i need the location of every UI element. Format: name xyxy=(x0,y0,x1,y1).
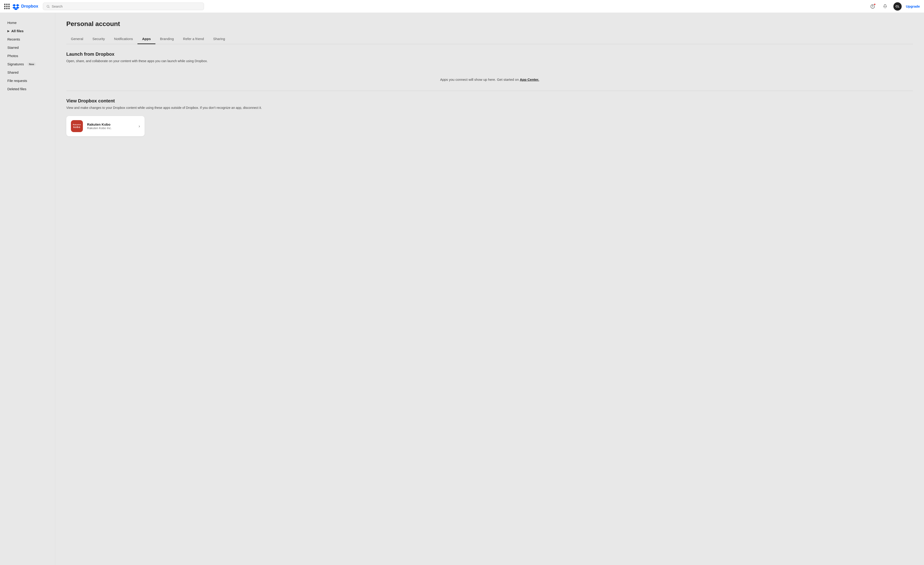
notifications-bell-button[interactable] xyxy=(881,2,889,10)
sidebar-item-all-files[interactable]: ▶ All files xyxy=(2,27,53,35)
dropbox-logo[interactable]: Dropbox xyxy=(12,3,38,10)
app-info: Rakuten Kobo Rakuten Kobo Inc. xyxy=(87,123,132,130)
sidebar-item-label: Recents xyxy=(8,37,20,41)
view-section-title: View Dropbox content xyxy=(66,98,913,103)
tab-refer[interactable]: Refer a friend xyxy=(178,34,208,44)
tab-security[interactable]: Security xyxy=(88,34,110,44)
launch-empty-state: Apps you connect will show up here. Get … xyxy=(66,69,913,89)
launch-section: Launch from Dropbox Open, share, and col… xyxy=(66,52,913,91)
app-card-rakuten[interactable]: Rakuten kobo Rakuten Kobo Rakuten Kobo I… xyxy=(66,116,145,136)
app-name: Rakuten Kobo xyxy=(87,123,132,126)
sidebar-item-file-requests[interactable]: File requests xyxy=(2,76,53,85)
search-input[interactable] xyxy=(52,4,201,8)
tab-general[interactable]: General xyxy=(66,34,88,44)
page-title: Personal account xyxy=(66,20,913,28)
tabs: General Security Notifications Apps Bran… xyxy=(66,34,913,44)
topbar-right: CL Upgrade xyxy=(868,2,920,10)
tab-branding[interactable]: Branding xyxy=(155,34,178,44)
search-bar[interactable] xyxy=(43,3,204,10)
sidebar-item-starred[interactable]: Starred xyxy=(2,43,53,52)
app-icon-top-text: Rakuten xyxy=(73,124,81,126)
app-company: Rakuten Kobo Inc. xyxy=(87,126,132,130)
sidebar-item-home[interactable]: Home xyxy=(2,19,53,27)
main-content: Personal account General Security Notifi… xyxy=(55,13,924,565)
sidebar-item-shared[interactable]: Shared xyxy=(2,68,53,76)
sidebar-item-deleted-files[interactable]: Deleted files xyxy=(2,85,53,93)
tab-sharing[interactable]: Sharing xyxy=(208,34,230,44)
sidebar-item-label: All files xyxy=(11,29,24,33)
help-button[interactable] xyxy=(868,2,877,10)
view-section: View Dropbox content View and make chang… xyxy=(66,98,913,136)
avatar[interactable]: CL xyxy=(893,2,902,10)
sidebar-item-label: Signatures xyxy=(8,62,24,66)
app-icon: Rakuten kobo xyxy=(71,120,83,132)
sidebar-item-label: File requests xyxy=(8,79,27,82)
tab-apps[interactable]: Apps xyxy=(138,34,155,44)
app-center-link[interactable]: App Center. xyxy=(520,78,539,81)
sidebar-item-label: Deleted files xyxy=(8,87,27,91)
sidebar-item-label: Shared xyxy=(8,70,18,74)
upgrade-button[interactable]: Upgrade xyxy=(906,4,920,8)
tab-notifications[interactable]: Notifications xyxy=(110,34,138,44)
sidebar: Home ▶ All files Recents Starred Photos … xyxy=(0,13,55,565)
new-badge: New xyxy=(27,62,36,66)
launch-section-desc: Open, share, and collaborate on your con… xyxy=(66,59,913,63)
logo-text: Dropbox xyxy=(21,4,38,9)
topbar: Dropbox CL Upgrade xyxy=(0,0,924,13)
help-badge xyxy=(874,3,876,6)
view-section-desc: View and make changes to your Dropbox co… xyxy=(66,106,913,109)
layout: Home ▶ All files Recents Starred Photos … xyxy=(0,13,924,565)
sidebar-item-recents[interactable]: Recents xyxy=(2,35,53,43)
sidebar-item-label: Photos xyxy=(8,54,18,58)
sidebar-item-photos[interactable]: Photos xyxy=(2,52,53,60)
chevron-right-icon: ▶ xyxy=(8,30,9,33)
launch-section-title: Launch from Dropbox xyxy=(66,52,913,57)
card-chevron-right-icon: › xyxy=(139,124,140,129)
svg-point-2 xyxy=(872,7,873,7)
app-icon-bottom-text: kobo xyxy=(74,126,80,129)
search-icon xyxy=(46,4,50,8)
grid-menu-icon[interactable] xyxy=(4,4,10,9)
sidebar-item-signatures[interactable]: Signatures New xyxy=(2,60,53,68)
sidebar-item-label: Home xyxy=(8,21,16,25)
empty-message-pre: Apps you connect will show up here. Get … xyxy=(440,78,520,81)
sidebar-item-label: Starred xyxy=(8,46,19,49)
